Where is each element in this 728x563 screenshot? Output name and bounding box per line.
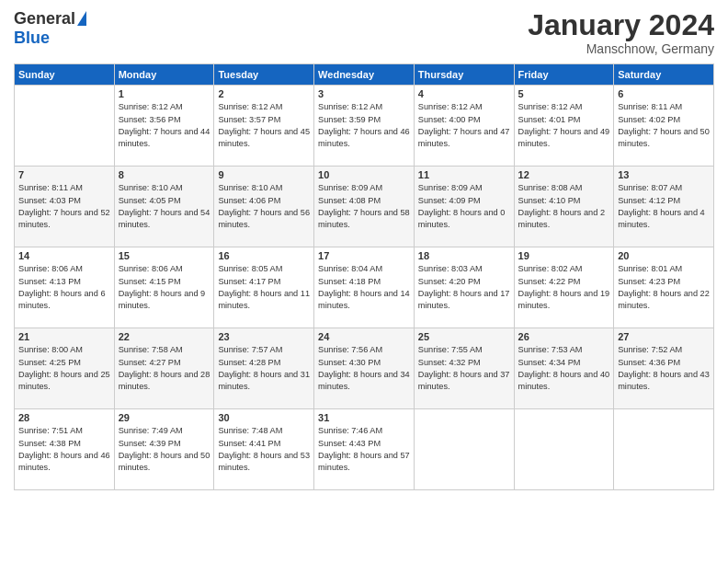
day-header-wednesday: Wednesday bbox=[314, 64, 415, 86]
title-section: January 2024 Manschnow, Germany bbox=[528, 9, 714, 56]
week-row-4: 21Sunrise: 8:00 AMSunset: 4:25 PMDayligh… bbox=[15, 328, 714, 409]
day-info: Sunrise: 8:10 AMSunset: 4:06 PMDaylight:… bbox=[218, 182, 310, 231]
week-row-3: 14Sunrise: 8:06 AMSunset: 4:13 PMDayligh… bbox=[15, 247, 714, 328]
week-row-1: 1Sunrise: 8:12 AMSunset: 3:56 PMDaylight… bbox=[15, 86, 714, 167]
calendar-cell: 24Sunrise: 7:56 AMSunset: 4:30 PMDayligh… bbox=[314, 328, 415, 409]
day-number: 17 bbox=[318, 250, 410, 261]
calendar-cell: 15Sunrise: 8:06 AMSunset: 4:15 PMDayligh… bbox=[114, 247, 214, 328]
month-title: January 2024 bbox=[528, 9, 714, 41]
calendar-cell: 5Sunrise: 8:12 AMSunset: 4:01 PMDaylight… bbox=[514, 86, 614, 167]
calendar-cell: 21Sunrise: 8:00 AMSunset: 4:25 PMDayligh… bbox=[15, 328, 115, 409]
calendar-cell: 20Sunrise: 8:01 AMSunset: 4:23 PMDayligh… bbox=[614, 247, 714, 328]
calendar-cell: 10Sunrise: 8:09 AMSunset: 4:08 PMDayligh… bbox=[314, 167, 415, 247]
day-info: Sunrise: 8:09 AMSunset: 4:09 PMDaylight:… bbox=[418, 182, 510, 231]
calendar-cell: 13Sunrise: 8:07 AMSunset: 4:12 PMDayligh… bbox=[614, 167, 714, 247]
day-info: Sunrise: 8:12 AMSunset: 4:01 PMDaylight:… bbox=[518, 101, 610, 150]
day-number: 6 bbox=[618, 88, 710, 99]
day-info: Sunrise: 8:12 AMSunset: 3:57 PMDaylight:… bbox=[218, 101, 310, 150]
day-number: 29 bbox=[119, 412, 210, 423]
day-info: Sunrise: 7:52 AMSunset: 4:36 PMDaylight:… bbox=[618, 344, 710, 393]
day-number: 11 bbox=[418, 169, 510, 180]
day-number: 19 bbox=[518, 250, 610, 261]
day-number: 9 bbox=[218, 169, 310, 180]
day-number: 12 bbox=[518, 169, 610, 180]
day-number: 15 bbox=[119, 250, 210, 261]
day-number: 18 bbox=[418, 250, 510, 261]
calendar-cell: 9Sunrise: 8:10 AMSunset: 4:06 PMDaylight… bbox=[214, 167, 314, 247]
day-info: Sunrise: 7:49 AMSunset: 4:39 PMDaylight:… bbox=[119, 425, 210, 474]
calendar-cell: 23Sunrise: 7:57 AMSunset: 4:28 PMDayligh… bbox=[214, 328, 314, 409]
day-header-tuesday: Tuesday bbox=[214, 64, 314, 86]
day-number: 25 bbox=[418, 331, 510, 342]
day-header-thursday: Thursday bbox=[414, 64, 514, 86]
day-info: Sunrise: 7:46 AMSunset: 4:43 PMDaylight:… bbox=[318, 425, 410, 474]
day-header-saturday: Saturday bbox=[614, 64, 714, 86]
day-number: 13 bbox=[618, 169, 710, 180]
day-info: Sunrise: 8:06 AMSunset: 4:15 PMDaylight:… bbox=[119, 263, 210, 312]
day-info: Sunrise: 8:12 AMSunset: 3:59 PMDaylight:… bbox=[318, 101, 410, 150]
day-header-friday: Friday bbox=[514, 64, 614, 86]
day-info: Sunrise: 7:55 AMSunset: 4:32 PMDaylight:… bbox=[418, 344, 510, 393]
calendar-cell: 6Sunrise: 8:11 AMSunset: 4:02 PMDaylight… bbox=[614, 86, 714, 167]
day-info: Sunrise: 8:12 AMSunset: 4:00 PMDaylight:… bbox=[418, 101, 510, 150]
calendar-cell bbox=[514, 409, 614, 490]
day-info: Sunrise: 8:01 AMSunset: 4:23 PMDaylight:… bbox=[618, 263, 710, 312]
day-number: 2 bbox=[218, 88, 310, 99]
calendar-cell: 18Sunrise: 8:03 AMSunset: 4:20 PMDayligh… bbox=[414, 247, 514, 328]
day-info: Sunrise: 8:09 AMSunset: 4:08 PMDaylight:… bbox=[318, 182, 410, 231]
day-number: 8 bbox=[119, 169, 210, 180]
week-row-2: 7Sunrise: 8:11 AMSunset: 4:03 PMDaylight… bbox=[15, 167, 714, 247]
day-number: 31 bbox=[318, 412, 410, 423]
day-header-monday: Monday bbox=[114, 64, 214, 86]
calendar-table: SundayMondayTuesdayWednesdayThursdayFrid… bbox=[14, 63, 714, 490]
day-number: 28 bbox=[18, 412, 110, 423]
calendar-cell: 14Sunrise: 8:06 AMSunset: 4:13 PMDayligh… bbox=[15, 247, 115, 328]
day-number: 30 bbox=[218, 412, 310, 423]
day-info: Sunrise: 8:04 AMSunset: 4:18 PMDaylight:… bbox=[318, 263, 410, 312]
day-number: 14 bbox=[18, 250, 110, 261]
calendar-cell: 29Sunrise: 7:49 AMSunset: 4:39 PMDayligh… bbox=[114, 409, 214, 490]
calendar-cell: 11Sunrise: 8:09 AMSunset: 4:09 PMDayligh… bbox=[414, 167, 514, 247]
calendar-cell: 12Sunrise: 8:08 AMSunset: 4:10 PMDayligh… bbox=[514, 167, 614, 247]
calendar-cell: 27Sunrise: 7:52 AMSunset: 4:36 PMDayligh… bbox=[614, 328, 714, 409]
calendar-cell: 30Sunrise: 7:48 AMSunset: 4:41 PMDayligh… bbox=[214, 409, 314, 490]
calendar-cell bbox=[614, 409, 714, 490]
calendar-cell: 17Sunrise: 8:04 AMSunset: 4:18 PMDayligh… bbox=[314, 247, 415, 328]
calendar-cell: 28Sunrise: 7:51 AMSunset: 4:38 PMDayligh… bbox=[15, 409, 115, 490]
day-info: Sunrise: 8:02 AMSunset: 4:22 PMDaylight:… bbox=[518, 263, 610, 312]
logo: General Blue bbox=[14, 9, 86, 48]
logo-general-text: General bbox=[14, 9, 75, 29]
day-number: 20 bbox=[618, 250, 710, 261]
day-number: 16 bbox=[218, 250, 310, 261]
calendar-cell: 31Sunrise: 7:46 AMSunset: 4:43 PMDayligh… bbox=[314, 409, 415, 490]
logo-triangle-icon bbox=[77, 11, 86, 26]
calendar-cell: 1Sunrise: 8:12 AMSunset: 3:56 PMDaylight… bbox=[114, 86, 214, 167]
header-row: SundayMondayTuesdayWednesdayThursdayFrid… bbox=[15, 64, 714, 86]
day-info: Sunrise: 7:51 AMSunset: 4:38 PMDaylight:… bbox=[18, 425, 110, 474]
day-info: Sunrise: 7:56 AMSunset: 4:30 PMDaylight:… bbox=[318, 344, 410, 393]
day-number: 22 bbox=[119, 331, 210, 342]
calendar-cell: 8Sunrise: 8:10 AMSunset: 4:05 PMDaylight… bbox=[114, 167, 214, 247]
day-info: Sunrise: 8:08 AMSunset: 4:10 PMDaylight:… bbox=[518, 182, 610, 231]
calendar-cell: 7Sunrise: 8:11 AMSunset: 4:03 PMDaylight… bbox=[15, 167, 115, 247]
day-info: Sunrise: 7:48 AMSunset: 4:41 PMDaylight:… bbox=[218, 425, 310, 474]
calendar-cell: 19Sunrise: 8:02 AMSunset: 4:22 PMDayligh… bbox=[514, 247, 614, 328]
day-number: 21 bbox=[18, 331, 110, 342]
day-number: 7 bbox=[18, 169, 110, 180]
day-number: 27 bbox=[618, 331, 710, 342]
calendar-cell: 16Sunrise: 8:05 AMSunset: 4:17 PMDayligh… bbox=[214, 247, 314, 328]
calendar-cell bbox=[15, 86, 115, 167]
day-info: Sunrise: 8:12 AMSunset: 3:56 PMDaylight:… bbox=[119, 101, 210, 150]
day-number: 26 bbox=[518, 331, 610, 342]
calendar-cell: 2Sunrise: 8:12 AMSunset: 3:57 PMDaylight… bbox=[214, 86, 314, 167]
calendar-container: General Blue January 2024 Manschnow, Ger… bbox=[0, 0, 728, 563]
week-row-5: 28Sunrise: 7:51 AMSunset: 4:38 PMDayligh… bbox=[15, 409, 714, 490]
day-number: 1 bbox=[119, 88, 210, 99]
day-info: Sunrise: 8:11 AMSunset: 4:02 PMDaylight:… bbox=[618, 101, 710, 150]
day-number: 10 bbox=[318, 169, 410, 180]
calendar-cell: 3Sunrise: 8:12 AMSunset: 3:59 PMDaylight… bbox=[314, 86, 415, 167]
calendar-cell: 25Sunrise: 7:55 AMSunset: 4:32 PMDayligh… bbox=[414, 328, 514, 409]
day-number: 23 bbox=[218, 331, 310, 342]
day-info: Sunrise: 7:58 AMSunset: 4:27 PMDaylight:… bbox=[119, 344, 210, 393]
day-info: Sunrise: 8:10 AMSunset: 4:05 PMDaylight:… bbox=[119, 182, 210, 231]
